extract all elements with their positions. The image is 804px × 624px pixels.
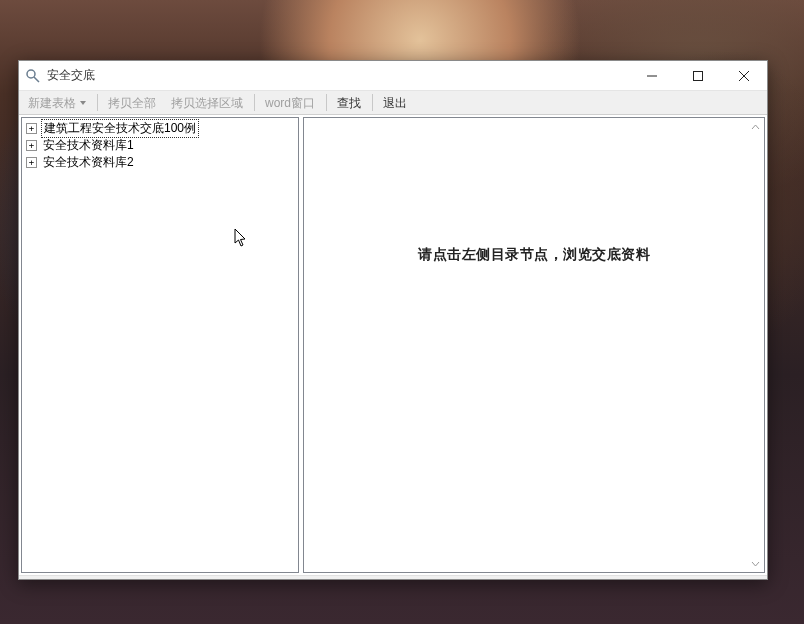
app-window: 安全交底 新建表格 拷贝全部 拷贝选择区域 — [18, 60, 768, 580]
tree-item[interactable]: + 建筑工程安全技术交底100例 — [24, 120, 296, 137]
find-label: 查找 — [337, 92, 361, 114]
svg-line-1 — [34, 77, 39, 82]
exit-label: 退出 — [383, 92, 407, 114]
chevron-down-icon — [80, 101, 86, 105]
new-table-button[interactable]: 新建表格 — [21, 91, 93, 114]
tree-item-label[interactable]: 建筑工程安全技术交底100例 — [41, 119, 199, 138]
minimize-button[interactable] — [629, 61, 675, 91]
app-icon — [25, 68, 41, 84]
content-prompt: 请点击左侧目录节点，浏览交底资料 — [418, 246, 650, 264]
toolbar-separator — [254, 94, 255, 111]
maximize-button[interactable] — [675, 61, 721, 91]
copy-selection-button[interactable]: 拷贝选择区域 — [164, 91, 250, 114]
word-window-label: word窗口 — [265, 92, 315, 114]
expand-icon[interactable]: + — [26, 123, 37, 134]
toolbar: 新建表格 拷贝全部 拷贝选择区域 word窗口 查找 退出 — [19, 91, 767, 115]
maximize-icon — [693, 71, 703, 81]
word-window-button[interactable]: word窗口 — [258, 91, 322, 114]
exit-button[interactable]: 退出 — [376, 91, 414, 114]
toolbar-separator — [97, 94, 98, 111]
expand-icon[interactable]: + — [26, 140, 37, 151]
tree-panel[interactable]: + 建筑工程安全技术交底100例 + 安全技术资料库1 + 安全技术资料库2 — [21, 117, 299, 573]
svg-rect-3 — [694, 72, 703, 81]
window-title: 安全交底 — [47, 67, 95, 84]
scroll-down-icon[interactable] — [748, 556, 762, 570]
minimize-icon — [647, 71, 657, 81]
close-icon — [739, 71, 749, 81]
copy-selection-label: 拷贝选择区域 — [171, 92, 243, 114]
svg-point-0 — [27, 70, 35, 78]
tree-item[interactable]: + 安全技术资料库2 — [24, 154, 296, 171]
tree-item-label[interactable]: 安全技术资料库2 — [41, 154, 136, 171]
main-body: + 建筑工程安全技术交底100例 + 安全技术资料库1 + 安全技术资料库2 请… — [19, 115, 767, 575]
close-button[interactable] — [721, 61, 767, 91]
tree-item-label[interactable]: 安全技术资料库1 — [41, 137, 136, 154]
copy-all-label: 拷贝全部 — [108, 92, 156, 114]
content-panel: 请点击左侧目录节点，浏览交底资料 — [303, 117, 765, 573]
toolbar-separator — [326, 94, 327, 111]
new-table-label: 新建表格 — [28, 92, 76, 114]
titlebar[interactable]: 安全交底 — [19, 61, 767, 91]
toolbar-separator — [372, 94, 373, 111]
copy-all-button[interactable]: 拷贝全部 — [101, 91, 163, 114]
window-control-group — [629, 61, 767, 90]
tree-item[interactable]: + 安全技术资料库1 — [24, 137, 296, 154]
statusbar — [19, 575, 767, 579]
find-button[interactable]: 查找 — [330, 91, 368, 114]
expand-icon[interactable]: + — [26, 157, 37, 168]
scroll-up-icon[interactable] — [748, 120, 762, 134]
